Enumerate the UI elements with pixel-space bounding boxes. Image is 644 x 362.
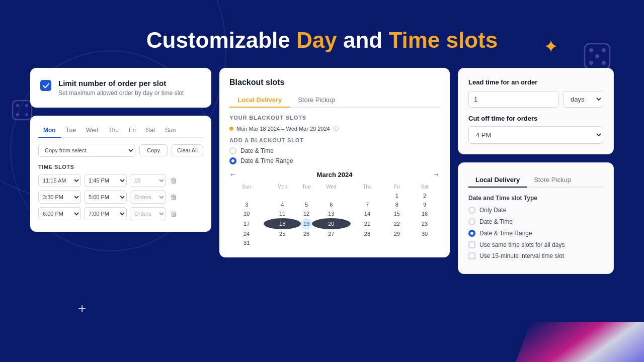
date-type-section-label: Date and Time slot Type xyxy=(468,195,603,202)
copy-from-select[interactable]: Copy from select xyxy=(38,144,135,157)
calendar-day[interactable]: 13 xyxy=(312,209,351,218)
delete-slot-1-button[interactable]: 🗑 xyxy=(169,175,178,186)
datetype-tab-pickup[interactable]: Store Pickup xyxy=(527,173,578,188)
calendar-day[interactable]: 7 xyxy=(351,200,384,209)
blackout-tabs: Local Delivery Store Pickup xyxy=(229,93,440,108)
info-icon: ⓘ xyxy=(333,125,339,132)
blackout-title: Blackout slots xyxy=(229,78,440,87)
datetype-radio-date-time-range: Date & Time Range xyxy=(468,230,603,237)
calendar-day[interactable]: 16 xyxy=(410,209,440,218)
time-slot-row-1: 11:15 AM 1:45 PM 10 🗑 xyxy=(38,174,203,187)
slot-2-orders[interactable]: Orders xyxy=(130,191,166,204)
slot-3-start[interactable]: 6:00 PM xyxy=(38,207,81,220)
radio-date-time-range-circle[interactable] xyxy=(229,157,236,164)
tab-store-pickup[interactable]: Store Pickup xyxy=(290,93,343,108)
limit-checkbox[interactable] xyxy=(40,80,51,91)
calendar-day[interactable]: 15 xyxy=(384,209,410,218)
calendar-day[interactable]: 22 xyxy=(384,218,410,229)
calendar-day[interactable]: 27 xyxy=(312,229,351,238)
calendar-day xyxy=(351,238,384,247)
delete-slot-3-button[interactable]: 🗑 xyxy=(169,209,178,219)
calendar-day[interactable]: 14 xyxy=(351,209,384,218)
slot-3-end[interactable]: 7:00 PM xyxy=(84,207,127,220)
checkbox-15min-interval: Use 15-minute interval time slot xyxy=(468,252,603,259)
calendar-day[interactable]: 18 xyxy=(264,218,301,229)
day-tab-thu[interactable]: Thu xyxy=(103,124,124,138)
calendar-day[interactable]: 11 xyxy=(264,209,301,218)
calendar-day[interactable]: 1 xyxy=(384,191,410,200)
calendar-day[interactable]: 12 xyxy=(301,209,312,218)
slot-2-start[interactable]: 3:30 PM xyxy=(38,191,81,204)
radio-date-time: Date & Time xyxy=(229,147,440,154)
lead-time-input[interactable] xyxy=(469,92,559,107)
calendar-day[interactable]: 21 xyxy=(351,218,384,229)
calendar-day xyxy=(312,191,351,200)
slot-1-start[interactable]: 11:15 AM xyxy=(38,174,81,187)
calendar-day[interactable]: 30 xyxy=(410,229,440,238)
calendar-day[interactable]: 6 xyxy=(312,200,351,209)
dt-radio-date-time-range[interactable] xyxy=(468,230,475,237)
delete-slot-2-button[interactable]: 🗑 xyxy=(169,192,178,202)
calendar-header: ← March 2024 → xyxy=(229,170,440,178)
cal-header-mon: Mon xyxy=(264,183,301,191)
day-tab-sat[interactable]: Sat xyxy=(141,124,160,138)
svg-point-9 xyxy=(589,61,593,65)
slot-1-orders[interactable]: 10 xyxy=(130,174,166,187)
calendar-day[interactable]: 23 xyxy=(410,218,440,229)
calendar-day[interactable]: 31 xyxy=(229,238,264,247)
blackout-slots-card: Blackout slots Local Delivery Store Pick… xyxy=(219,68,450,257)
copy-button[interactable]: Copy xyxy=(139,144,168,156)
slot-2-end[interactable]: 5:00 PM xyxy=(84,191,127,204)
svg-point-8 xyxy=(595,54,599,58)
calendar-day[interactable]: 9 xyxy=(410,200,440,209)
calendar-day[interactable]: 19 xyxy=(301,218,312,229)
star-icon: ✦ xyxy=(543,36,558,57)
calendar-day[interactable]: 17 xyxy=(229,218,264,229)
limit-title: Limit number of order per slot xyxy=(58,79,184,87)
calendar-day[interactable]: 2 xyxy=(410,191,440,200)
calendar-day[interactable]: 29 xyxy=(384,229,410,238)
calendar-day[interactable]: 20 xyxy=(312,218,351,229)
calendar-day[interactable]: 5 xyxy=(301,200,312,209)
calendar-day[interactable]: 4 xyxy=(264,200,301,209)
day-tab-tue[interactable]: Tue xyxy=(61,124,81,138)
calendar-day[interactable]: 26 xyxy=(301,229,312,238)
checkbox-same-slots-box[interactable] xyxy=(468,241,475,248)
dt-label-date-time: Date & Time xyxy=(479,218,513,225)
day-tab-mon[interactable]: Mon xyxy=(38,124,61,138)
cal-header-thu: Thu xyxy=(351,183,384,191)
calendar-day[interactable]: 8 xyxy=(384,200,410,209)
day-tab-wed[interactable]: Wed xyxy=(81,124,103,138)
datetype-radio-date-time: Date & Time xyxy=(468,218,603,225)
datetype-tab-local[interactable]: Local Delivery xyxy=(468,173,527,188)
calendar-day xyxy=(301,191,312,200)
calendar-day[interactable]: 10 xyxy=(229,209,264,218)
day-tab-fri[interactable]: Fri xyxy=(124,124,141,138)
cutoff-time-select[interactable]: 4 PM 5 PM 6 PM xyxy=(468,126,603,144)
radio-date-time-circle[interactable] xyxy=(229,147,236,154)
checkbox-15min-interval-box[interactable] xyxy=(468,252,475,259)
lead-time-unit-select[interactable]: days hours xyxy=(563,91,603,108)
calendar-next-button[interactable]: → xyxy=(433,170,440,178)
calendar-day[interactable]: 3 xyxy=(229,200,264,209)
right-column: Lead time for an order ▲ ▼ days hours Cu… xyxy=(458,68,614,274)
calendar-day[interactable]: 28 xyxy=(351,229,384,238)
slot-1-end[interactable]: 1:45 PM xyxy=(84,174,127,187)
day-tab-sun[interactable]: Sun xyxy=(160,124,181,138)
dt-radio-only-date[interactable] xyxy=(468,207,475,214)
add-slot-label: ADD A BLACKOUT SLOT xyxy=(229,137,440,143)
calendar-prev-button[interactable]: ← xyxy=(229,170,236,178)
timeslots-card: Mon Tue Wed Thu Fri Sat Sun Copy from se… xyxy=(30,116,211,232)
svg-point-10 xyxy=(602,61,606,65)
dt-radio-date-time[interactable] xyxy=(468,218,475,225)
limit-description: Set maximum allowed order by day or time… xyxy=(58,89,184,97)
calendar-day xyxy=(264,238,301,247)
slot-3-orders[interactable]: Orders xyxy=(130,207,166,220)
tab-local-delivery[interactable]: Local Delivery xyxy=(229,93,290,108)
slot-dot xyxy=(229,127,233,131)
calendar-day[interactable]: 25 xyxy=(264,229,301,238)
lead-time-card: Lead time for an order ▲ ▼ days hours Cu… xyxy=(458,68,614,154)
calendar-day[interactable]: 24 xyxy=(229,229,264,238)
dt-label-date-time-range: Date & Time Range xyxy=(479,230,532,237)
clear-all-button[interactable]: Clear All xyxy=(172,144,203,156)
